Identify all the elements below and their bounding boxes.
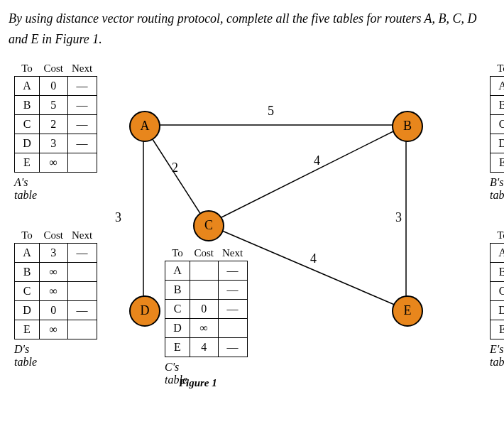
- routing-table-B: ToCostNext A5— B0— C4— D∞ E3—: [490, 61, 504, 173]
- table-row: D∞: [491, 134, 505, 153]
- table-row: E0—: [491, 320, 505, 339]
- node-E: E: [392, 295, 423, 327]
- edge-label-CE: 4: [310, 251, 317, 266]
- edge-label-BC: 4: [314, 153, 320, 168]
- table-row: A0—: [15, 76, 97, 95]
- node-B: B: [392, 111, 423, 142]
- table-row: E3—: [491, 153, 505, 172]
- table-row: D∞: [491, 300, 505, 320]
- table-row: B3—: [491, 262, 505, 281]
- edge-label-AD: 3: [115, 210, 121, 225]
- figure-caption: Figure 1: [179, 377, 217, 389]
- edge-label-AB: 5: [268, 104, 274, 119]
- table-row: D0—: [15, 300, 97, 320]
- svg-line-5: [207, 224, 406, 310]
- edge-label-BE: 3: [395, 210, 402, 225]
- table-row: C4—: [491, 114, 505, 134]
- network-diagram: A B C D E 5 2 3 4 3 4: [108, 61, 413, 366]
- table-row: A3—: [15, 243, 97, 262]
- table-row: E∞: [15, 153, 97, 172]
- svg-line-3: [207, 125, 406, 224]
- routing-table-D: ToCostNext A3— B∞ C∞ D0— E∞: [14, 228, 97, 339]
- table-row: E∞: [15, 320, 97, 339]
- routing-table-E: ToCostNext A∞ B3— C4— D∞ E0—: [490, 228, 504, 339]
- table-row: A5—: [491, 76, 505, 95]
- table-row: B0—: [491, 95, 505, 114]
- table-row: C4—: [491, 281, 505, 300]
- table-row: B5—: [15, 95, 97, 114]
- node-D: D: [129, 295, 160, 327]
- table-row: A∞: [491, 243, 505, 262]
- hdr-to: To: [15, 61, 40, 77]
- figure-area: A B C D E 5 2 3 4 3 4 ToCostNext A0— B5—…: [9, 61, 495, 402]
- edge-label-AC: 2: [172, 161, 178, 175]
- hdr-next: Next: [67, 61, 97, 77]
- hdr-cost: Cost: [40, 61, 68, 77]
- table-row: B∞: [15, 262, 97, 281]
- node-C: C: [193, 210, 224, 241]
- table-row: C2—: [15, 114, 97, 134]
- table-row: C∞: [15, 281, 97, 300]
- node-A: A: [129, 111, 160, 142]
- instruction-text: By using distance vector routing protoco…: [9, 9, 495, 50]
- table-row: D3—: [15, 134, 97, 153]
- routing-table-A: ToCostNext A0— B5— C2— D3— E∞: [14, 61, 97, 173]
